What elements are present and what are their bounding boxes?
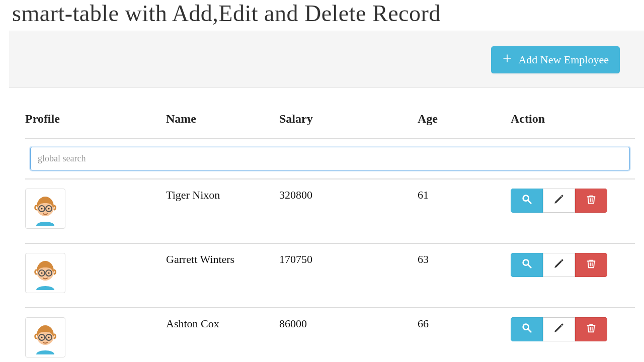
table-header-row: Profile Name Salary Age Action	[25, 103, 635, 139]
view-button[interactable]	[511, 189, 543, 213]
cell-age: 61	[418, 189, 511, 202]
cell-salary: 170750	[279, 253, 418, 266]
col-header-age[interactable]: Age	[418, 112, 511, 126]
global-search-input[interactable]	[30, 147, 630, 170]
action-group	[511, 189, 607, 213]
cell-salary: 320800	[279, 189, 418, 202]
col-header-salary[interactable]: Salary	[279, 112, 418, 126]
search-icon	[521, 194, 532, 208]
view-button[interactable]	[511, 253, 543, 277]
delete-button[interactable]	[575, 253, 607, 277]
col-header-action: Action	[511, 112, 635, 126]
pencil-icon	[553, 322, 565, 336]
plus-icon	[502, 53, 512, 66]
table-row: Garrett Winters17075063	[25, 244, 635, 308]
page-title: smart-table with Add,Edit and Delete Rec…	[12, 0, 644, 27]
edit-button[interactable]	[543, 189, 575, 213]
trash-icon	[586, 194, 597, 208]
cell-name: Garrett Winters	[166, 253, 279, 266]
search-icon	[521, 258, 532, 272]
action-group	[511, 253, 607, 277]
cell-name: Tiger Nixon	[166, 189, 279, 202]
pencil-icon	[553, 258, 565, 272]
col-header-profile[interactable]: Profile	[25, 112, 166, 126]
avatar	[25, 253, 65, 293]
trash-icon	[586, 322, 597, 336]
delete-button[interactable]	[575, 317, 607, 341]
avatar	[25, 317, 65, 357]
edit-button[interactable]	[543, 253, 575, 277]
avatar	[25, 189, 65, 229]
view-button[interactable]	[511, 317, 543, 341]
delete-button[interactable]	[575, 189, 607, 213]
table-row: Tiger Nixon32080061	[25, 179, 635, 244]
add-employee-button[interactable]: Add New Employee	[491, 46, 620, 73]
edit-button[interactable]	[543, 317, 575, 341]
pencil-icon	[553, 194, 565, 208]
cell-salary: 86000	[279, 317, 418, 330]
table-row: Ashton Cox8600066	[25, 308, 635, 362]
add-employee-label: Add New Employee	[518, 53, 609, 66]
trash-icon	[586, 258, 597, 272]
cell-age: 63	[418, 253, 511, 266]
action-group	[511, 317, 607, 341]
toolbar-panel: Add New Employee	[9, 31, 644, 88]
cell-name: Ashton Cox	[166, 317, 279, 330]
cell-age: 66	[418, 317, 511, 330]
search-icon	[521, 322, 532, 336]
col-header-name[interactable]: Name	[166, 112, 279, 126]
search-row	[25, 139, 635, 179]
employee-table: Profile Name Salary Age Action Tiger Nix…	[25, 103, 635, 362]
